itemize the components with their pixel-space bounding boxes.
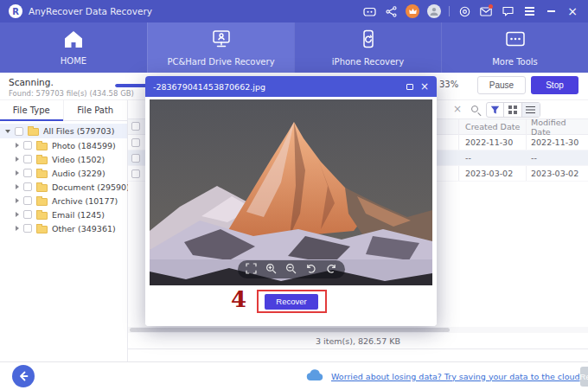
sidebar-tabs: File Type File Path xyxy=(0,100,127,121)
caret-right-icon[interactable] xyxy=(16,198,19,203)
caret-right-icon[interactable] xyxy=(16,170,19,176)
share-icon[interactable] xyxy=(384,4,398,18)
tree-item-video[interactable]: Video (1502) xyxy=(0,152,127,166)
tab-file-path[interactable]: File Path xyxy=(64,100,128,120)
cell-modified-date: 2023-03-02 xyxy=(531,169,578,178)
checkbox[interactable] xyxy=(23,210,32,219)
tab-home[interactable]: HOME xyxy=(0,22,147,73)
feedback-icon[interactable] xyxy=(501,4,514,18)
tree-item-label: Archive (10177) xyxy=(52,196,118,206)
cloud-backup-link[interactable]: Worried about losing data? Try saving yo… xyxy=(331,372,580,381)
fit-screen-icon[interactable] xyxy=(246,261,257,278)
tree-item-label: Video (1502) xyxy=(52,155,105,164)
tree-item-label: Audio (3229) xyxy=(52,169,105,178)
scan-found-text: Found: 579703 file(s) (434.58 GB) xyxy=(9,89,134,98)
checkbox[interactable] xyxy=(23,169,32,177)
image-viewer-toolbar xyxy=(238,260,345,278)
cell-created-date: -- xyxy=(465,153,471,163)
file-type-tree: All Files (579703) Photo (184599) Video … xyxy=(0,121,127,235)
cell-modified-date: -- xyxy=(531,153,537,163)
tab-iphone-recovery[interactable]: iPhone Recovery xyxy=(294,22,441,73)
close-preview-icon[interactable]: × xyxy=(420,81,429,92)
tree-item-audio[interactable]: Audio (3229) xyxy=(0,166,127,180)
preview-modal: -283679041453870662.jpg × xyxy=(145,76,437,326)
search-icon[interactable] xyxy=(470,105,481,115)
bottom-bar: Worried about losing data? Try saving yo… xyxy=(0,361,588,390)
tree-item-document[interactable]: Document (29590) xyxy=(0,180,127,194)
column-header-created[interactable]: Created Date xyxy=(465,122,520,131)
row-checkbox[interactable] xyxy=(131,138,140,147)
iphone-recovery-icon xyxy=(358,29,379,53)
rotate-right-icon[interactable] xyxy=(326,261,337,278)
tree-item-label: Photo (184599) xyxy=(52,141,116,150)
minimize-button[interactable] xyxy=(544,4,558,18)
folder-icon xyxy=(36,226,48,233)
tree-item-other[interactable]: Other (349361) xyxy=(0,221,127,235)
tree-item-label: All Files (579703) xyxy=(43,126,114,136)
tab-more-tools[interactable]: More Tools xyxy=(441,22,588,73)
tab-label: More Tools xyxy=(492,57,538,67)
select-all-checkbox[interactable] xyxy=(131,122,140,131)
tab-pc-hard-drive-recovery[interactable]: PC&Hard Drive Recovery xyxy=(147,22,294,73)
titlebar: R AnyRecover Data Recovery xyxy=(0,0,588,22)
checkbox[interactable] xyxy=(23,224,32,233)
checkbox[interactable] xyxy=(23,196,32,205)
home-icon xyxy=(63,29,84,52)
tree-item-label: Document (29590) xyxy=(52,182,130,192)
account-avatar[interactable] xyxy=(427,4,441,18)
vip-icon[interactable] xyxy=(406,4,419,18)
horizontal-scrollbar[interactable] xyxy=(128,327,588,333)
caret-right-icon[interactable] xyxy=(16,212,19,217)
preview-modal-header[interactable]: -283679041453870662.jpg × xyxy=(145,76,437,97)
tab-file-type[interactable]: File Type xyxy=(0,100,64,120)
tree-item-photo[interactable]: Photo (184599) xyxy=(0,138,127,152)
caret-right-icon[interactable] xyxy=(16,184,19,189)
list-view-icon[interactable] xyxy=(522,103,540,117)
row-checkbox[interactable] xyxy=(131,169,140,178)
more-tools-icon xyxy=(504,29,527,53)
preview-modal-footer: 4 Recover xyxy=(145,285,437,326)
recover-button[interactable]: Recover xyxy=(265,294,318,310)
stop-button[interactable]: Stop xyxy=(531,76,578,94)
folder-icon xyxy=(36,170,48,178)
column-header-modified[interactable]: Modified Date xyxy=(531,118,588,137)
pc-recovery-icon xyxy=(210,29,233,53)
maximize-icon[interactable] xyxy=(406,84,413,90)
recover-button-disabled[interactable]: Recover xyxy=(580,367,588,387)
back-button[interactable] xyxy=(12,365,35,387)
folder-icon xyxy=(36,198,48,206)
checkbox[interactable] xyxy=(15,127,23,136)
caret-right-icon[interactable] xyxy=(16,157,19,162)
filter-icon[interactable] xyxy=(487,103,504,117)
row-checkbox[interactable] xyxy=(131,154,140,163)
caret-right-icon[interactable] xyxy=(16,226,19,231)
checkbox[interactable] xyxy=(23,141,32,150)
caret-right-icon[interactable] xyxy=(16,143,19,148)
tree-item-label: Other (349361) xyxy=(52,224,116,233)
help-icon[interactable] xyxy=(457,4,471,18)
clear-search-icon[interactable]: × xyxy=(453,103,462,115)
caret-down-icon[interactable] xyxy=(5,130,10,133)
community-icon[interactable] xyxy=(362,4,376,18)
checkbox[interactable] xyxy=(23,155,32,163)
rotate-left-icon[interactable] xyxy=(305,261,316,278)
folder-icon xyxy=(36,184,48,192)
close-button[interactable]: × xyxy=(566,4,579,18)
menu-icon[interactable] xyxy=(522,4,536,18)
pause-button[interactable]: Pause xyxy=(477,76,526,94)
tree-item-archive[interactable]: Archive (10177) xyxy=(0,194,127,208)
view-controls xyxy=(486,102,540,118)
zoom-in-icon[interactable] xyxy=(265,261,277,278)
folder-icon xyxy=(36,157,48,164)
grid-view-icon[interactable] xyxy=(504,103,521,117)
scan-percent: 33% xyxy=(439,80,458,89)
scrollbar-thumb[interactable] xyxy=(130,328,450,332)
checkbox[interactable] xyxy=(23,182,32,191)
mail-icon[interactable] xyxy=(479,4,493,18)
tree-item-all-files[interactable]: All Files (579703) xyxy=(0,124,127,138)
main-nav: HOME PC&Hard Drive Recovery iPhone Recov… xyxy=(0,22,588,73)
zoom-out-icon[interactable] xyxy=(285,261,297,278)
tree-item-email[interactable]: Email (1245) xyxy=(0,208,127,221)
folder-icon xyxy=(36,143,48,150)
cloud-icon xyxy=(306,368,324,385)
